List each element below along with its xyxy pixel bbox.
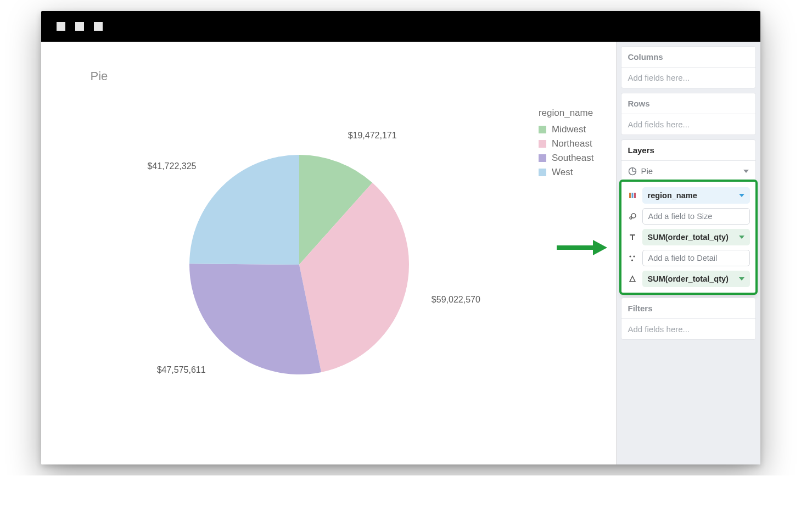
- detail-icon: [627, 254, 638, 262]
- window-control[interactable]: [94, 22, 103, 31]
- legend-item[interactable]: Northeast: [539, 138, 594, 149]
- layer-type-select[interactable]: Pie: [621, 161, 755, 182]
- filters-panel: Filters Add fields here...: [621, 298, 756, 340]
- layer-type-label: Pie: [641, 166, 653, 176]
- color-icon: [627, 192, 638, 199]
- legend-label: Northeast: [552, 138, 592, 149]
- angle-field-pill[interactable]: SUM(order_total_qty): [642, 271, 750, 287]
- pie-svg: [91, 100, 508, 407]
- svg-point-10: [631, 259, 632, 261]
- legend-label: Southeast: [552, 153, 594, 164]
- svg-rect-4: [631, 193, 633, 198]
- filters-dropzone[interactable]: Add fields here...: [621, 319, 755, 339]
- legend-item[interactable]: Midwest: [539, 124, 594, 135]
- legend-swatch: [539, 154, 546, 162]
- chart-area: Pie $19,472,171$59,022,570$47,575,611$41…: [41, 42, 616, 464]
- chevron-down-icon: [739, 236, 744, 239]
- size-input[interactable]: Add a field to Size: [642, 208, 750, 225]
- pie-chart: $19,472,171$59,022,570$47,575,611$41,722…: [91, 100, 508, 407]
- legend-item[interactable]: Southeast: [539, 153, 594, 164]
- filters-header: Filters: [621, 298, 755, 319]
- size-icon: [627, 212, 638, 221]
- angle-icon: [627, 275, 638, 283]
- svg-point-7: [631, 214, 636, 218]
- color-field-label: region_name: [648, 191, 697, 200]
- window-control[interactable]: [75, 22, 84, 31]
- rows-panel: Rows Add fields here...: [621, 93, 756, 135]
- label-field-label: SUM(order_total_qty): [648, 233, 729, 242]
- label-field-pill[interactable]: SUM(order_total_qty): [642, 229, 750, 245]
- legend-title: region_name: [539, 108, 594, 119]
- arrow-icon: [554, 238, 607, 257]
- window-frame: Pie $19,472,171$59,022,570$47,575,611$41…: [41, 11, 760, 464]
- chevron-down-icon: [739, 277, 744, 281]
- layer-config-highlighted: region_name Add a field to Size: [621, 182, 755, 293]
- angle-field-label: SUM(order_total_qty): [648, 275, 729, 283]
- legend-swatch: [539, 169, 546, 176]
- pie-icon: [628, 167, 637, 176]
- columns-header: Columns: [621, 47, 755, 68]
- page-title: Pie: [91, 69, 600, 83]
- detail-input[interactable]: Add a field to Detail: [642, 250, 750, 266]
- layers-panel: Layers Pie: [621, 139, 756, 293]
- rows-dropzone[interactable]: Add fields here...: [621, 114, 755, 135]
- legend-item[interactable]: West: [539, 167, 594, 178]
- pie-slice[interactable]: [189, 155, 299, 265]
- chevron-down-icon: [739, 194, 744, 197]
- columns-panel: Columns Add fields here...: [621, 46, 756, 88]
- titlebar: [41, 11, 760, 42]
- svg-rect-5: [634, 193, 636, 198]
- legend-label: Midwest: [552, 124, 586, 135]
- columns-dropzone[interactable]: Add fields here...: [621, 68, 755, 88]
- legend-swatch: [539, 126, 546, 133]
- svg-point-8: [629, 255, 631, 257]
- chevron-down-icon: [743, 170, 749, 173]
- legend: region_name MidwestNortheastSoutheastWes…: [539, 108, 594, 181]
- legend-label: West: [552, 167, 573, 178]
- color-field-pill[interactable]: region_name: [642, 187, 750, 204]
- text-icon: [627, 233, 638, 241]
- svg-rect-3: [629, 193, 631, 198]
- app-body: Pie $19,472,171$59,022,570$47,575,611$41…: [41, 42, 760, 464]
- svg-marker-1: [593, 240, 607, 255]
- rows-header: Rows: [621, 93, 755, 114]
- legend-swatch: [539, 140, 546, 148]
- pie-slice[interactable]: [189, 264, 321, 374]
- layers-header: Layers: [621, 140, 755, 161]
- svg-point-9: [633, 255, 635, 257]
- side-panel: Columns Add fields here... Rows Add fiel…: [616, 42, 760, 464]
- window-control[interactable]: [57, 22, 65, 31]
